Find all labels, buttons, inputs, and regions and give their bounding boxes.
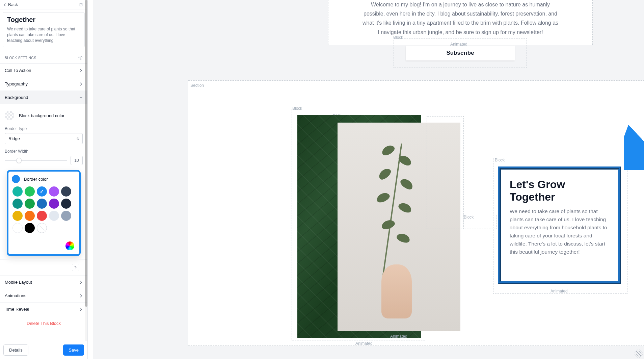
divider: [10, 238, 77, 238]
color-gray[interactable]: [61, 211, 71, 221]
color-yellow[interactable]: [12, 211, 23, 221]
preview-body: We need to take care of plants so that p…: [7, 26, 80, 43]
card-body: We need to take care of plants so that p…: [510, 207, 609, 256]
card-title: Let's Grow Together: [510, 178, 609, 203]
border-color-row[interactable]: Border color: [12, 175, 76, 183]
accordion-mobile-layout[interactable]: Mobile Layout: [0, 275, 87, 289]
color-purple[interactable]: [49, 186, 59, 197]
color-teal[interactable]: [12, 186, 23, 197]
chevron-right-icon: [79, 294, 83, 298]
gear-icon[interactable]: [78, 55, 83, 60]
color-slate-dark[interactable]: [61, 199, 71, 209]
back-button[interactable]: Back: [0, 0, 87, 9]
select-updown-icon: ⇅: [76, 137, 79, 140]
select-updown-icon: ⇅: [72, 264, 79, 271]
border-type-value: Ridge: [8, 136, 20, 141]
border-width-slider[interactable]: [5, 160, 67, 161]
save-button[interactable]: Save: [63, 344, 84, 356]
color-black[interactable]: [25, 223, 35, 233]
sidebar-scroll: Back Together We need to take care of pl…: [0, 0, 87, 341]
transparent-swatch-icon: [5, 111, 14, 120]
chevron-right-icon: [79, 308, 83, 311]
color-orange[interactable]: [25, 211, 35, 221]
accordion-background[interactable]: Background: [0, 91, 87, 104]
chevron-down-icon: [79, 96, 83, 99]
intro-text: Welcome to my blog! I'm on a journey to …: [362, 0, 559, 37]
subscribe-block[interactable]: Subscribe: [394, 38, 527, 68]
chevron-right-icon: [79, 69, 83, 72]
svg-point-1: [80, 57, 81, 58]
color-none[interactable]: [37, 223, 47, 233]
sidebar: Back Together We need to take care of pl…: [0, 0, 88, 359]
color-purple-dark[interactable]: [49, 199, 59, 209]
section-tag: Section: [190, 83, 204, 88]
animated-tag: Animated: [551, 289, 568, 293]
color-teal-dark[interactable]: [12, 199, 23, 209]
resize-handle-icon[interactable]: [635, 350, 643, 358]
block-bg-label: Block background color: [19, 113, 64, 118]
current-color-swatch: [12, 175, 20, 183]
border-type-label: Border Type: [5, 126, 83, 131]
color-palette: [12, 186, 76, 233]
background-panel: Block background color Border Type Ridge…: [0, 104, 87, 257]
color-light-gray[interactable]: [49, 211, 59, 221]
popout-icon[interactable]: [79, 3, 83, 6]
animated-tag: Animated: [355, 341, 373, 346]
block-bg-color-row[interactable]: Block background color: [5, 107, 83, 126]
block-preview[interactable]: Together We need to take care of plants …: [3, 12, 85, 47]
color-red[interactable]: [37, 211, 47, 221]
subscribe-button[interactable]: Subscribe: [406, 46, 514, 60]
preview-title: Together: [7, 16, 80, 24]
color-white[interactable]: [12, 223, 23, 233]
sidebar-footer: Details Save: [0, 341, 87, 359]
border-width-label: Border Width: [5, 149, 83, 154]
delete-block-button[interactable]: Delete This Block: [0, 316, 87, 331]
color-blue[interactable]: [37, 186, 47, 197]
accordion-animations[interactable]: Animations: [0, 289, 87, 302]
back-label: Back: [8, 2, 18, 7]
color-blue-dark[interactable]: [37, 199, 47, 209]
block-tag: Block: [292, 106, 302, 111]
border-type-select[interactable]: Ridge ⇅: [5, 133, 83, 144]
block-tag: Block: [495, 158, 505, 162]
sidebar-scrollbar[interactable]: [85, 0, 87, 341]
lets-grow-card[interactable]: Let's Grow Together We need to take care…: [498, 166, 621, 284]
chevron-right-icon: [79, 281, 83, 284]
chevron-right-icon: [79, 82, 83, 86]
border-color-label: Border color: [24, 177, 48, 182]
color-green[interactable]: [25, 186, 35, 197]
border-color-popover: Border color: [7, 170, 81, 256]
block-tag: Block: [464, 215, 474, 220]
border-width-value[interactable]: 10: [71, 156, 83, 165]
animated-tag: Animated: [390, 334, 407, 339]
hidden-select-row[interactable]: ⇅: [0, 259, 87, 275]
accordion-typography[interactable]: Typography: [0, 77, 87, 91]
accordion-cta[interactable]: Call To Action: [0, 63, 87, 77]
canvas[interactable]: Welcome to my blog! I'm on a journey to …: [93, 0, 644, 359]
custom-color-picker[interactable]: [65, 241, 74, 250]
color-green-dark[interactable]: [25, 199, 35, 209]
color-slate[interactable]: [61, 186, 71, 197]
image-block-2[interactable]: [427, 116, 464, 229]
accordion-time-reveal[interactable]: Time Reveal: [0, 302, 87, 316]
chevron-left-icon: [3, 3, 7, 6]
details-button[interactable]: Details: [3, 344, 28, 356]
block-settings-header: BLOCK SETTINGS: [0, 52, 87, 63]
